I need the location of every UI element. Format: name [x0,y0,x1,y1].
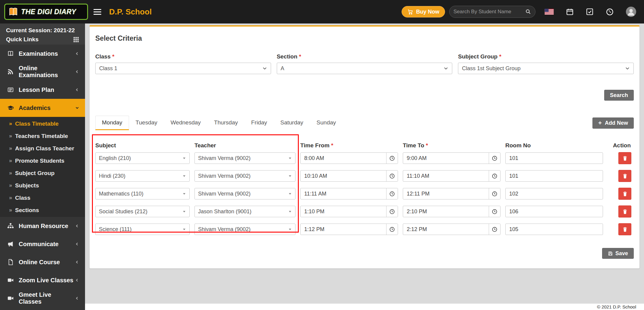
tasks-icon[interactable] [586,8,594,16]
search-button-label: Search [610,92,628,99]
teacher-value: Jason Sharlton (9001) [198,208,251,215]
sidebar-item-academics[interactable]: Academics [0,99,85,117]
room-no-input[interactable]: 102 [505,188,603,199]
teacher-select[interactable]: Shivam Verma (9002) [194,152,295,164]
sidebar-item-zoom-live-classes[interactable]: Zoom Live Classes [0,271,85,289]
teacher-select[interactable]: Jason Sharlton (9001) [194,206,295,217]
clock-icon[interactable] [386,206,398,217]
subject-group-select[interactable]: Class 1st Subject Group [458,63,634,74]
tab-monday[interactable]: Monday [95,116,129,130]
time-from-value: 1:12 PM [301,224,386,235]
section-select[interactable]: A [277,63,453,74]
sidebar-item-class[interactable]: Class [0,192,85,204]
teacher-select[interactable]: Shivam Verma (9002) [194,188,295,199]
sidebar-item-sections[interactable]: Sections [0,204,85,216]
tab-sunday[interactable]: Sunday [310,116,343,130]
quick-links[interactable]: Quick Links [6,36,79,43]
sidebar-item-lesson-plan[interactable]: Lesson Plan [0,81,85,99]
clock-icon[interactable] [489,153,500,164]
tab-tuesday[interactable]: Tuesday [129,116,164,130]
double-arrow-icon [9,145,12,152]
sidebar-item-promote-students[interactable]: Promote Students [0,155,85,167]
sidebar-item-label: Communicate [19,241,58,248]
clock-icon[interactable] [489,171,500,181]
time-to-input[interactable]: 9:00 AM [403,152,500,164]
clock-icon[interactable] [386,171,398,181]
search-icon[interactable] [525,9,531,15]
school-name: D.P. School [109,7,152,17]
tab-thursday[interactable]: Thursday [207,116,245,130]
sidebar-item-teachers-timetable[interactable]: Teachers Timetable [0,130,85,142]
clock-icon[interactable] [489,206,500,217]
chevron-left-icon [75,242,80,246]
save-button[interactable]: Save [602,248,634,259]
time-from-input[interactable]: 1:12 PM [300,224,398,235]
subject-value: Mathematics (110) [99,191,144,197]
subject-select[interactable]: Hindi (230) [95,170,190,182]
class-timetable-card: Select Criteria Class Class 1 Section A [90,25,639,268]
time-from-input[interactable]: 11:11 AM [300,188,398,199]
user-avatar[interactable] [626,7,636,17]
clock-icon[interactable] [386,153,398,164]
delete-row-button[interactable] [618,223,631,235]
room-no-input[interactable]: 101 [505,170,603,182]
sidebar-item-class-timetable[interactable]: Class Timetable [0,117,85,130]
language-flag-icon[interactable] [545,9,554,15]
room-no-input[interactable]: 105 [505,224,603,235]
add-new-button[interactable]: Add New [592,117,634,129]
sidebar-item-subject-group[interactable]: Subject Group [0,167,85,179]
chevron-left-icon [75,296,80,301]
delete-row-button[interactable] [618,152,631,164]
subject-value: Science (111) [99,226,131,233]
buy-now-button[interactable]: Buy Now [402,6,445,17]
time-to-input[interactable]: 11:10 AM [403,170,500,182]
calendar-icon[interactable] [566,8,574,16]
sidebar-item-subjects[interactable]: Subjects [0,179,85,192]
sidebar-item-communicate[interactable]: Communicate [0,235,85,253]
class-select[interactable]: Class 1 [95,63,271,74]
sidebar-item-assign-class-teacher[interactable]: Assign Class Teacher [0,142,85,155]
time-to-input[interactable]: 2:10 PM [403,206,500,217]
time-from-input[interactable]: 1:10 PM [300,206,398,217]
search-button[interactable]: Search [604,90,634,101]
room-no-input[interactable]: 106 [505,206,603,217]
subject-select[interactable]: Social Studies (212) [95,206,190,217]
teacher-select[interactable]: Shivam Verma (9002) [194,170,295,182]
col-subject: Subject [95,142,190,149]
sidebar-item-online-course[interactable]: Online Course [0,253,85,271]
tab-friday[interactable]: Friday [245,116,274,130]
clock-icon[interactable] [489,224,500,235]
sidebar-item-human-resource[interactable]: Human Resource [0,217,85,235]
sidebar-item-gmeet-live-classes[interactable]: Gmeet Live Classes [0,289,85,307]
room-value: 105 [509,226,518,233]
timetable-rows: English (210) Shivam Verma (9002) 8:00 A… [95,152,634,235]
time-to-input[interactable]: 12:11 PM [403,188,500,199]
room-no-input[interactable]: 101 [505,152,603,164]
subject-select[interactable]: Mathematics (110) [95,188,190,199]
clock-icon[interactable] [386,188,398,199]
header-right: Buy Now [402,6,638,18]
plus-icon [598,120,602,127]
delete-row-button[interactable] [618,170,631,182]
delete-row-button[interactable] [618,205,631,218]
delete-row-button[interactable] [618,188,631,200]
time-from-input[interactable]: 10:10 AM [300,170,398,182]
newspaper-icon [7,86,14,93]
subject-select[interactable]: Science (111) [95,224,190,235]
time-from-input[interactable]: 8:00 AM [300,152,398,164]
clock-icon[interactable] [489,188,500,199]
teacher-select[interactable]: Shivam Verma (9002) [194,224,295,235]
grid-icon[interactable] [73,37,79,42]
tab-wednesday[interactable]: Wednesday [164,116,207,130]
student-search-input[interactable] [453,9,525,15]
clock-icon[interactable] [386,224,398,235]
sidebar-item-examinations[interactable]: Examinations [0,45,85,63]
tab-saturday[interactable]: Saturday [274,116,310,130]
subject-select[interactable]: English (210) [95,152,190,164]
main-content: Select Criteria Class Class 1 Section A [85,23,644,310]
time-to-input[interactable]: 2:12 PM [403,224,500,235]
whatsapp-icon[interactable] [606,8,614,16]
hamburger-menu-icon[interactable] [93,9,101,15]
sub-item-label: Subject Group [15,170,55,177]
sidebar-item-online-examinations[interactable]: Online Examinations [0,63,85,81]
